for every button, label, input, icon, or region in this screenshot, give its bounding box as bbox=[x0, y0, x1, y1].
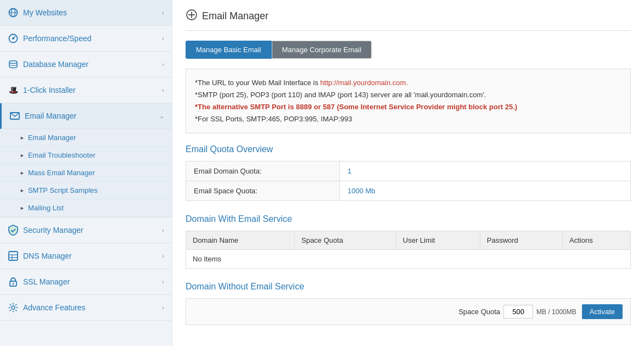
sidebar-item-performance-speed[interactable]: Performance/Speed › bbox=[0, 26, 172, 52]
sub-item-mass-email-manager[interactable]: ► Mass Email Manager bbox=[0, 164, 172, 182]
col-actions: Actions bbox=[563, 231, 631, 250]
sidebar-item-advance-features[interactable]: Advance Features › bbox=[0, 295, 172, 321]
col-password: Password bbox=[480, 231, 562, 250]
domain-with-email-title: Domain With Email Service bbox=[186, 214, 631, 224]
sub-label-smtp-script-samples: SMTP Script Samples bbox=[28, 186, 98, 194]
quota-value-domain: 1 bbox=[340, 161, 631, 181]
domain-with-email-table: Domain Name Space Quota User Limit Passw… bbox=[186, 231, 631, 269]
sub-item-smtp-script-samples[interactable]: ► SMTP Script Samples bbox=[0, 182, 172, 199]
svg-point-6 bbox=[9, 61, 17, 64]
sidebar-label-ssl-manager: SSL Manager bbox=[23, 277, 70, 286]
hat-icon: 🎩 bbox=[8, 85, 19, 96]
sub-label-email-manager: Email Manager bbox=[28, 133, 76, 142]
sub-label-mailing-list: Mailing List bbox=[28, 204, 64, 212]
info-line-4: *For SSL Ports, SMTP:465, POP3:995, IMAP… bbox=[195, 113, 621, 125]
sidebar-item-email-manager[interactable]: Email Manager ⌄ bbox=[0, 103, 172, 129]
space-quota-input[interactable] bbox=[503, 305, 533, 319]
triangle-icon3: ► bbox=[20, 170, 25, 176]
sub-item-email-troubleshooter[interactable]: ► Email Troubleshooter bbox=[0, 147, 172, 164]
sidebar-item-dns-manager[interactable]: DNS Manager › bbox=[0, 243, 172, 269]
sub-item-mailing-list[interactable]: ► Mailing List bbox=[0, 199, 172, 217]
quota-label-space: Email Space Quota: bbox=[186, 181, 340, 201]
info-line-2: *SMTP (port 25), POP3 (port 110) and IMA… bbox=[195, 89, 621, 101]
domain-without-email-row: Space Quota MB / 1000MB Activate bbox=[186, 298, 631, 325]
info-box: *The URL to your Web Mail Interface is h… bbox=[186, 69, 631, 133]
chevron-right-icon2: › bbox=[162, 35, 164, 42]
no-items-cell: No Items bbox=[186, 250, 631, 269]
col-space-quota: Space Quota bbox=[294, 231, 396, 250]
sidebar-label-advance-features: Advance Features bbox=[23, 303, 86, 312]
globe-icon bbox=[8, 7, 19, 18]
quota-table: Email Domain Quota: 1 Email Space Quota:… bbox=[186, 161, 631, 201]
chevron-right-icon: › bbox=[162, 9, 164, 16]
sidebar-item-security-manager[interactable]: Security Manager › bbox=[0, 217, 172, 243]
email-manager-submenu: ► Email Manager ► Email Troubleshooter ►… bbox=[0, 129, 172, 217]
svg-point-13 bbox=[13, 283, 14, 284]
tab-manage-corporate-email[interactable]: Manage Corporate Email bbox=[272, 41, 372, 59]
activate-button[interactable]: Activate bbox=[582, 304, 623, 319]
chevron-right-icon8: › bbox=[162, 304, 164, 311]
tab-bar: Manage Basic Email Manage Corporate Emai… bbox=[186, 41, 631, 59]
quota-row-domain: Email Domain Quota: 1 bbox=[186, 161, 631, 181]
chevron-right-icon6: › bbox=[162, 253, 164, 259]
database-icon bbox=[8, 59, 19, 70]
envelope-icon bbox=[9, 110, 20, 121]
sidebar-label-email-manager: Email Manager bbox=[25, 111, 76, 120]
sidebar-label-performance: Performance/Speed bbox=[23, 34, 92, 43]
info-line-1: *The URL to your Web Mail Interface is h… bbox=[195, 77, 621, 89]
info-line-3: *The alternative SMTP Port is 8889 or 58… bbox=[195, 101, 621, 113]
page-header: Email Manager bbox=[186, 0, 631, 31]
sub-label-mass-email-manager: Mass Email Manager bbox=[28, 169, 95, 177]
quota-row-space: Email Space Quota: 1000 Mb bbox=[186, 181, 631, 201]
shield-icon bbox=[8, 225, 19, 236]
svg-rect-8 bbox=[9, 252, 18, 260]
sidebar-item-ssl-manager[interactable]: SSL Manager › bbox=[0, 269, 172, 295]
space-quota-label: Space Quota bbox=[458, 308, 500, 316]
sidebar-label-my-websites: My Websites bbox=[23, 8, 67, 17]
main-content: Email Manager Manage Basic Email Manage … bbox=[172, 0, 644, 346]
chevron-right-icon4: › bbox=[162, 87, 164, 93]
triangle-icon4: ► bbox=[20, 188, 25, 193]
sidebar-label-database: Database Manager bbox=[23, 60, 88, 69]
info-line1-link[interactable]: http://mail.yourdomain.com. bbox=[320, 79, 408, 87]
sub-label-email-troubleshooter: Email Troubleshooter bbox=[28, 151, 96, 159]
triangle-icon5: ► bbox=[20, 205, 25, 211]
col-domain-name: Domain Name bbox=[186, 231, 295, 250]
gear-icon bbox=[8, 302, 19, 313]
triangle-icon: ► bbox=[20, 135, 25, 141]
email-manager-header-icon bbox=[186, 9, 198, 24]
page-title: Email Manager bbox=[202, 10, 268, 22]
svg-line-5 bbox=[13, 36, 15, 38]
sidebar-item-1click-installer[interactable]: 🎩 1-Click Installer › bbox=[0, 77, 172, 103]
triangle-icon2: ► bbox=[20, 153, 25, 158]
chevron-right-icon7: › bbox=[162, 278, 164, 285]
sidebar-label-dns-manager: DNS Manager bbox=[23, 252, 72, 260]
quota-section-title: Email Quota Overview bbox=[186, 144, 631, 154]
tab-manage-basic-email[interactable]: Manage Basic Email bbox=[186, 41, 272, 59]
speedometer-icon bbox=[8, 33, 19, 44]
sidebar-item-database-manager[interactable]: Database Manager › bbox=[0, 52, 172, 77]
svg-point-14 bbox=[12, 306, 15, 309]
space-quota-unit: MB / 1000MB bbox=[536, 308, 576, 316]
space-quota-group: Space Quota MB / 1000MB bbox=[458, 305, 576, 319]
chevron-right-icon5: › bbox=[162, 227, 164, 233]
sidebar: My Websites › Performance/Speed › bbox=[0, 0, 172, 346]
sidebar-label-installer: 1-Click Installer bbox=[23, 86, 76, 94]
quota-value-space: 1000 Mb bbox=[340, 181, 631, 201]
sidebar-label-security-manager: Security Manager bbox=[23, 226, 83, 235]
quota-label-domain: Email Domain Quota: bbox=[186, 161, 340, 181]
lock-icon bbox=[8, 276, 19, 287]
dns-icon bbox=[8, 250, 19, 261]
chevron-right-icon3: › bbox=[162, 61, 164, 68]
chevron-down-icon: ⌄ bbox=[159, 113, 164, 120]
info-line1-pre: *The URL to your Web Mail Interface is bbox=[195, 79, 320, 87]
col-user-limit: User Limit bbox=[396, 231, 480, 250]
domain-table-no-items-row: No Items bbox=[186, 250, 631, 269]
domain-table-header-row: Domain Name Space Quota User Limit Passw… bbox=[186, 231, 631, 250]
sub-item-email-manager[interactable]: ► Email Manager bbox=[0, 129, 172, 147]
domain-without-email-title: Domain Without Email Service bbox=[186, 282, 631, 292]
sidebar-item-my-websites[interactable]: My Websites › bbox=[0, 0, 172, 26]
